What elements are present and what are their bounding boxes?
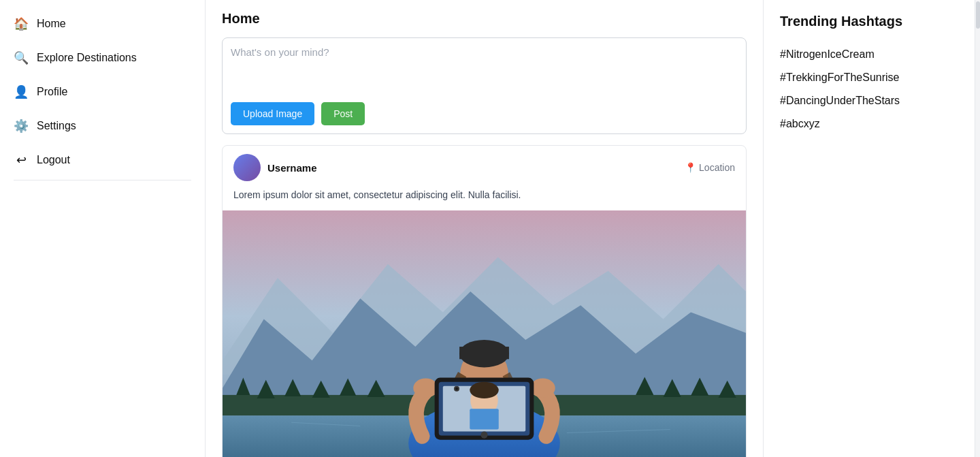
sidebar-item-settings[interactable]: ⚙️ Settings: [0, 109, 205, 143]
hashtag-item-3[interactable]: #DancingUnderTheStars: [780, 89, 958, 112]
svg-point-23: [413, 379, 438, 398]
sidebar-item-explore[interactable]: 🔍 Explore Destinations: [0, 41, 205, 75]
avatar-image: [233, 154, 261, 181]
post-composer: Upload Image Post: [222, 37, 747, 134]
post-location-text: Location: [699, 162, 735, 173]
explore-icon: 🔍: [14, 50, 29, 65]
post-button[interactable]: Post: [321, 102, 365, 125]
logout-icon: ↩: [14, 153, 29, 168]
post-header: Username 📍 Location: [223, 146, 746, 185]
scrollbar[interactable]: [975, 0, 980, 457]
post-text: Lorem ipsum dolor sit amet, consectetur …: [223, 185, 746, 210]
post-location: 📍 Location: [685, 162, 735, 173]
sidebar-item-logout-label: Logout: [37, 154, 70, 166]
profile-icon: 👤: [14, 84, 29, 99]
svg-rect-22: [459, 347, 509, 359]
hashtag-item-4[interactable]: #abcxyz: [780, 112, 958, 136]
scroll-thumb[interactable]: [976, 1, 980, 29]
post-input[interactable]: [231, 46, 738, 94]
main-content: Home Upload Image Post Username 📍 Locati…: [206, 0, 764, 457]
composer-actions: Upload Image Post: [231, 102, 738, 125]
right-sidebar: Trending Hashtags #NitrogenIceCream #Tre…: [764, 0, 975, 457]
trending-title: Trending Hashtags: [780, 14, 958, 29]
svg-point-31: [480, 432, 487, 439]
svg-point-24: [530, 379, 555, 398]
hashtag-list: #NitrogenIceCream #TrekkingForTheSunrise…: [780, 43, 958, 136]
sidebar-item-home-label: Home: [37, 18, 66, 30]
sidebar-item-profile[interactable]: 👤 Profile: [0, 75, 205, 109]
sidebar-item-explore-label: Explore Destinations: [37, 52, 137, 64]
sidebar-item-logout[interactable]: ↩ Logout: [0, 143, 205, 177]
sidebar-divider: [14, 180, 191, 180]
post-card: Username 📍 Location Lorem ipsum dolor si…: [222, 145, 747, 457]
post-user: Username: [233, 154, 317, 181]
settings-icon: ⚙️: [14, 119, 29, 133]
svg-point-33: [455, 388, 458, 390]
post-image: [223, 210, 746, 457]
sidebar: 🏠 Home 🔍 Explore Destinations 👤 Profile …: [0, 0, 206, 457]
avatar: [233, 154, 261, 181]
sidebar-item-home[interactable]: 🏠 Home: [0, 7, 205, 41]
hashtag-item-1[interactable]: #NitrogenIceCream: [780, 43, 958, 66]
hashtag-item-2[interactable]: #TrekkingForTheSunrise: [780, 66, 958, 89]
page-title: Home: [222, 11, 747, 27]
sidebar-item-profile-label: Profile: [37, 86, 67, 98]
sidebar-item-settings-label: Settings: [37, 120, 76, 132]
post-image-svg: [223, 210, 746, 457]
post-username: Username: [267, 162, 317, 174]
home-icon: 🏠: [14, 16, 29, 31]
svg-rect-30: [470, 409, 498, 429]
svg-point-29: [470, 382, 498, 398]
location-icon: 📍: [685, 162, 696, 173]
upload-image-button[interactable]: Upload Image: [231, 102, 314, 125]
